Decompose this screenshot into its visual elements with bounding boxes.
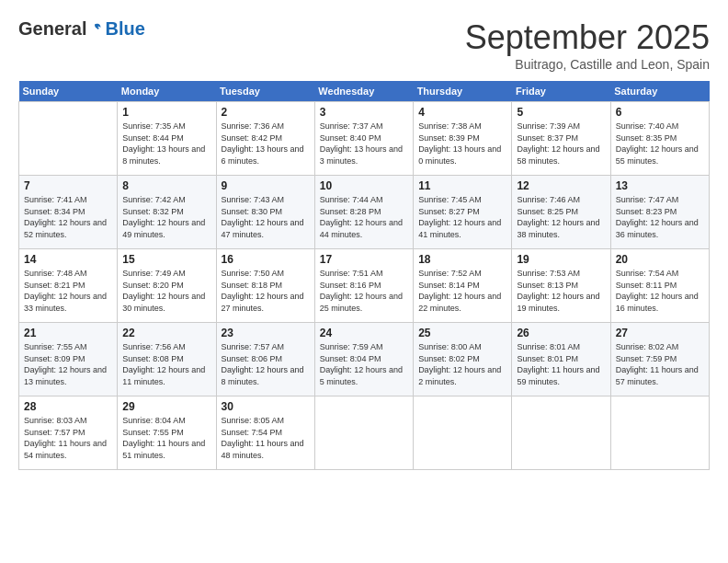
day-detail: Sunrise: 8:04 AMSunset: 7:55 PMDaylight:…: [122, 415, 210, 461]
calendar-cell: 10Sunrise: 7:44 AMSunset: 8:28 PMDayligh…: [314, 176, 413, 249]
day-detail: Sunrise: 7:55 AMSunset: 8:09 PMDaylight:…: [24, 341, 112, 387]
calendar-cell: 6Sunrise: 7:40 AMSunset: 8:35 PMDaylight…: [610, 102, 709, 176]
weekday-header-sunday: Sunday: [19, 81, 118, 102]
calendar-cell: 12Sunrise: 7:46 AMSunset: 8:25 PMDayligh…: [512, 176, 610, 249]
day-detail: Sunrise: 7:56 AMSunset: 8:08 PMDaylight:…: [122, 341, 210, 387]
day-number: 9: [222, 179, 310, 192]
day-number: 13: [616, 179, 704, 192]
day-number: 23: [222, 327, 310, 339]
day-detail: Sunrise: 7:52 AMSunset: 8:14 PMDaylight:…: [418, 268, 506, 314]
day-detail: Sunrise: 8:01 AMSunset: 8:01 PMDaylight:…: [517, 341, 605, 387]
day-number: 3: [320, 106, 408, 119]
calendar-cell: 13Sunrise: 7:47 AMSunset: 8:23 PMDayligh…: [610, 176, 709, 249]
day-detail: Sunrise: 7:36 AMSunset: 8:42 PMDaylight:…: [222, 121, 310, 167]
day-detail: Sunrise: 7:50 AMSunset: 8:18 PMDaylight:…: [222, 268, 310, 314]
calendar-cell: 27Sunrise: 8:02 AMSunset: 7:59 PMDayligh…: [610, 323, 709, 396]
day-detail: Sunrise: 7:38 AMSunset: 8:39 PMDaylight:…: [418, 121, 506, 167]
calendar-cell: 21Sunrise: 7:55 AMSunset: 8:09 PMDayligh…: [19, 323, 118, 396]
day-detail: Sunrise: 7:42 AMSunset: 8:32 PMDaylight:…: [122, 194, 210, 240]
calendar-cell: 19Sunrise: 7:53 AMSunset: 8:13 PMDayligh…: [512, 249, 610, 323]
calendar-cell: 24Sunrise: 7:59 AMSunset: 8:04 PMDayligh…: [314, 323, 413, 396]
header: General Blue September 2025 Buitrago, Ca…: [18, 18, 710, 72]
calendar-cell: 3Sunrise: 7:37 AMSunset: 8:40 PMDaylight…: [314, 102, 413, 176]
calendar-cell: 29Sunrise: 8:04 AMSunset: 7:55 PMDayligh…: [118, 396, 216, 470]
day-detail: Sunrise: 7:48 AMSunset: 8:21 PMDaylight:…: [24, 268, 112, 314]
day-number: 28: [24, 400, 112, 413]
day-detail: Sunrise: 8:03 AMSunset: 7:57 PMDaylight:…: [24, 415, 112, 461]
day-detail: Sunrise: 7:45 AMSunset: 8:27 PMDaylight:…: [418, 194, 506, 240]
day-number: 17: [320, 253, 408, 266]
day-number: 14: [24, 253, 112, 266]
logo-blue: Blue: [105, 18, 144, 40]
day-detail: Sunrise: 7:44 AMSunset: 8:28 PMDaylight:…: [320, 194, 408, 240]
calendar-cell: [19, 102, 118, 176]
day-number: 15: [122, 253, 210, 266]
calendar-cell: 16Sunrise: 7:50 AMSunset: 8:18 PMDayligh…: [216, 249, 314, 323]
day-detail: Sunrise: 8:00 AMSunset: 8:02 PMDaylight:…: [418, 341, 506, 387]
calendar-cell: 2Sunrise: 7:36 AMSunset: 8:42 PMDaylight…: [216, 102, 314, 176]
calendar-cell: 4Sunrise: 7:38 AMSunset: 8:39 PMDaylight…: [414, 102, 512, 176]
calendar-cell: [512, 396, 610, 470]
day-number: 29: [122, 400, 210, 413]
day-number: 1: [122, 106, 210, 119]
calendar-table: SundayMondayTuesdayWednesdayThursdayFrid…: [18, 81, 710, 470]
day-number: 18: [418, 253, 506, 266]
day-number: 4: [418, 106, 506, 119]
calendar-cell: 11Sunrise: 7:45 AMSunset: 8:27 PMDayligh…: [414, 176, 512, 249]
day-number: 30: [222, 400, 310, 413]
day-number: 27: [616, 327, 704, 339]
weekday-header-wednesday: Wednesday: [314, 81, 413, 102]
day-number: 6: [616, 106, 704, 119]
day-number: 8: [122, 179, 210, 192]
logo: General Blue: [18, 18, 145, 40]
logo-general: General: [18, 18, 86, 40]
calendar-cell: 20Sunrise: 7:54 AMSunset: 8:11 PMDayligh…: [610, 249, 709, 323]
month-title: September 2025: [465, 18, 710, 57]
calendar-cell: 22Sunrise: 7:56 AMSunset: 8:08 PMDayligh…: [118, 323, 216, 396]
day-number: 2: [222, 106, 310, 119]
day-detail: Sunrise: 7:43 AMSunset: 8:30 PMDaylight:…: [222, 194, 310, 240]
day-number: 11: [418, 179, 506, 192]
day-detail: Sunrise: 7:41 AMSunset: 8:34 PMDaylight:…: [24, 194, 112, 240]
day-number: 25: [418, 327, 506, 339]
week-row-4: 21Sunrise: 7:55 AMSunset: 8:09 PMDayligh…: [19, 323, 710, 396]
day-detail: Sunrise: 7:59 AMSunset: 8:04 PMDaylight:…: [320, 341, 408, 387]
weekday-header-row: SundayMondayTuesdayWednesdayThursdayFrid…: [19, 81, 710, 102]
location-title: Buitrago, Castille and Leon, Spain: [465, 57, 710, 72]
calendar-cell: 7Sunrise: 7:41 AMSunset: 8:34 PMDaylight…: [19, 176, 118, 249]
week-row-3: 14Sunrise: 7:48 AMSunset: 8:21 PMDayligh…: [19, 249, 710, 323]
calendar-cell: 15Sunrise: 7:49 AMSunset: 8:20 PMDayligh…: [118, 249, 216, 323]
day-number: 19: [517, 253, 605, 266]
day-number: 22: [122, 327, 210, 339]
day-number: 5: [517, 106, 605, 119]
calendar-cell: 26Sunrise: 8:01 AMSunset: 8:01 PMDayligh…: [512, 323, 610, 396]
day-detail: Sunrise: 8:05 AMSunset: 7:54 PMDaylight:…: [222, 415, 310, 461]
day-number: 24: [320, 327, 408, 339]
day-detail: Sunrise: 7:53 AMSunset: 8:13 PMDaylight:…: [517, 268, 605, 314]
day-detail: Sunrise: 7:49 AMSunset: 8:20 PMDaylight:…: [122, 268, 210, 314]
weekday-header-thursday: Thursday: [414, 81, 512, 102]
day-number: 7: [24, 179, 112, 192]
calendar-cell: 17Sunrise: 7:51 AMSunset: 8:16 PMDayligh…: [314, 249, 413, 323]
week-row-1: 1Sunrise: 7:35 AMSunset: 8:44 PMDaylight…: [19, 102, 710, 176]
calendar-cell: [314, 396, 413, 470]
day-number: 26: [517, 327, 605, 339]
weekday-header-saturday: Saturday: [610, 81, 709, 102]
weekday-header-friday: Friday: [512, 81, 610, 102]
day-detail: Sunrise: 7:57 AMSunset: 8:06 PMDaylight:…: [222, 341, 310, 387]
calendar-cell: [414, 396, 512, 470]
day-detail: Sunrise: 8:02 AMSunset: 7:59 PMDaylight:…: [616, 341, 704, 387]
calendar-cell: 1Sunrise: 7:35 AMSunset: 8:44 PMDaylight…: [118, 102, 216, 176]
calendar-cell: 14Sunrise: 7:48 AMSunset: 8:21 PMDayligh…: [19, 249, 118, 323]
week-row-2: 7Sunrise: 7:41 AMSunset: 8:34 PMDaylight…: [19, 176, 710, 249]
calendar-cell: [610, 396, 709, 470]
calendar-cell: 28Sunrise: 8:03 AMSunset: 7:57 PMDayligh…: [19, 396, 118, 470]
week-row-5: 28Sunrise: 8:03 AMSunset: 7:57 PMDayligh…: [19, 396, 710, 470]
day-number: 20: [616, 253, 704, 266]
calendar-cell: 18Sunrise: 7:52 AMSunset: 8:14 PMDayligh…: [414, 249, 512, 323]
day-detail: Sunrise: 7:51 AMSunset: 8:16 PMDaylight:…: [320, 268, 408, 314]
weekday-header-tuesday: Tuesday: [216, 81, 314, 102]
title-area: September 2025 Buitrago, Castille and Le…: [465, 18, 710, 72]
calendar-cell: 9Sunrise: 7:43 AMSunset: 8:30 PMDaylight…: [216, 176, 314, 249]
day-detail: Sunrise: 7:39 AMSunset: 8:37 PMDaylight:…: [517, 121, 605, 167]
